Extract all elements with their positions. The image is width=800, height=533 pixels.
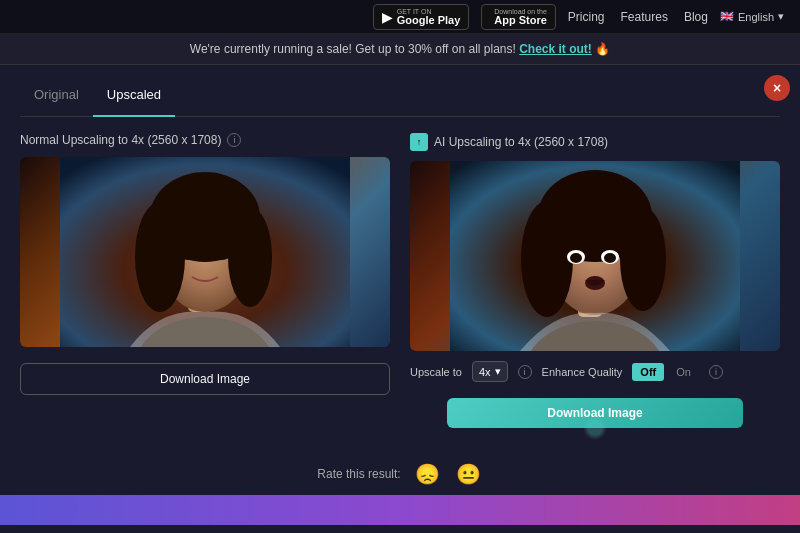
download-ai-wrapper: Download Image <box>410 392 780 428</box>
image-preview-ai <box>410 161 780 351</box>
language-selector[interactable]: 🇬🇧 English ▾ <box>720 10 784 23</box>
app-store-big-label: App Store <box>494 15 547 26</box>
upscale-label: Upscale to <box>410 366 462 378</box>
app-store-btn[interactable]: Download on the App Store <box>481 4 556 30</box>
chevron-down-icon: ▾ <box>778 10 784 23</box>
portrait-svg-right <box>410 161 780 351</box>
top-nav: ▶ GET IT ON Google Play Download on the … <box>0 0 800 34</box>
toggle-off-btn[interactable]: Off <box>632 363 664 381</box>
pricing-link[interactable]: Pricing <box>568 10 605 24</box>
info-icon-normal[interactable]: i <box>227 133 241 147</box>
sale-link[interactable]: Check it out! <box>519 42 592 56</box>
comparison-container: Normal Upscaling to 4x (2560 x 1708) i <box>20 133 780 428</box>
modal-overlay: × Original Upscaled Normal Upscaling to … <box>0 65 800 525</box>
svg-point-6 <box>228 207 272 307</box>
svg-point-7 <box>180 250 196 260</box>
close-button[interactable]: × <box>764 75 790 101</box>
panel-ai-title: ↑ AI Upscaling to 4x (2560 x 1708) <box>410 133 780 151</box>
svg-point-15 <box>620 207 666 311</box>
sale-emoji: 🔥 <box>595 42 610 56</box>
info-icon-upscale[interactable]: i <box>518 365 532 379</box>
panel-normal-title-text: Normal Upscaling to 4x (2560 x 1708) <box>20 133 221 147</box>
download-ai-button[interactable]: Download Image <box>447 398 743 428</box>
blog-link[interactable]: Blog <box>684 10 708 24</box>
upscale-value: 4x <box>479 366 491 378</box>
rating-label: Rate this result: <box>317 467 400 481</box>
google-play-icon: ▶ <box>382 9 393 25</box>
toggle-on-btn[interactable]: On <box>668 363 699 381</box>
enhance-label: Enhance Quality <box>542 366 623 378</box>
portrait-svg-left <box>20 157 390 347</box>
tabs-container: Original Upscaled <box>20 65 780 117</box>
sale-text: We're currently running a sale! Get up t… <box>190 42 516 56</box>
google-play-btn[interactable]: ▶ GET IT ON Google Play <box>373 4 470 30</box>
upscale-select[interactable]: 4x ▾ <box>472 361 508 382</box>
sale-banner: We're currently running a sale! Get up t… <box>0 34 800 65</box>
download-normal-button[interactable]: Download Image <box>20 363 390 395</box>
lang-label: English <box>738 11 774 23</box>
svg-point-5 <box>135 202 185 312</box>
image-preview-normal <box>20 157 390 347</box>
controls-row: Upscale to 4x ▾ i Enhance Quality Off On… <box>410 361 780 382</box>
info-icon-enhance[interactable]: i <box>709 365 723 379</box>
google-play-big-label: Google Play <box>397 15 461 26</box>
panel-ai-title-text: AI Upscaling to 4x (2560 x 1708) <box>434 135 608 149</box>
rating-bad-btn[interactable]: 😞 <box>413 460 442 488</box>
enhance-toggle: Off On <box>632 363 699 381</box>
panel-normal-title: Normal Upscaling to 4x (2560 x 1708) i <box>20 133 390 147</box>
svg-point-8 <box>214 250 230 260</box>
tab-upscaled[interactable]: Upscaled <box>93 81 175 108</box>
nav-links: Pricing Features Blog <box>568 10 708 24</box>
rating-neutral-btn[interactable]: 😐 <box>454 460 483 488</box>
bottom-bar <box>0 495 800 525</box>
flag-icon: 🇬🇧 <box>720 10 734 23</box>
svg-point-18 <box>570 253 582 263</box>
panel-normal: Normal Upscaling to 4x (2560 x 1708) i <box>20 133 390 395</box>
svg-point-14 <box>521 201 573 317</box>
features-link[interactable]: Features <box>621 10 668 24</box>
rating-row: Rate this result: 😞 😐 <box>20 452 780 488</box>
panel-ai: ↑ AI Upscaling to 4x (2560 x 1708) <box>410 133 780 428</box>
tab-original[interactable]: Original <box>20 81 93 108</box>
ai-icon: ↑ <box>410 133 428 151</box>
chevron-down-icon: ▾ <box>495 365 501 378</box>
svg-point-19 <box>604 253 616 263</box>
